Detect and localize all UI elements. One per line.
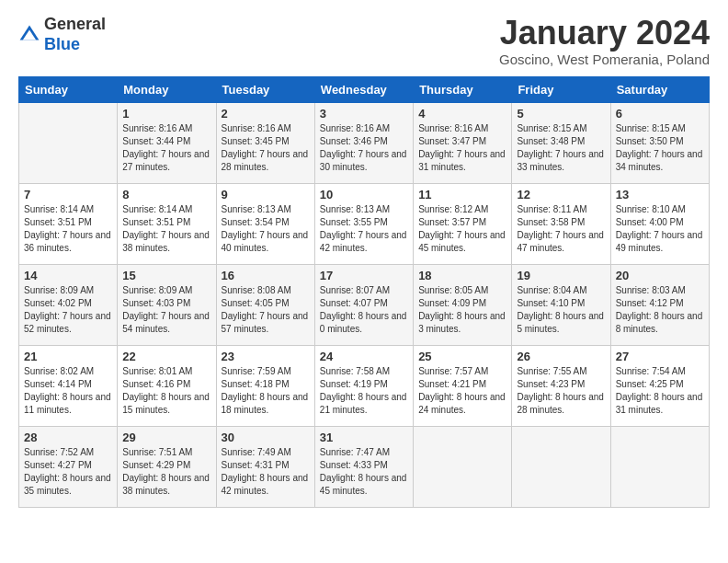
day-number: 25 bbox=[418, 350, 506, 363]
day-info: Sunrise: 8:03 AM Sunset: 4:12 PM Dayligh… bbox=[616, 284, 704, 336]
day-info: Sunrise: 7:58 AM Sunset: 4:19 PM Dayligh… bbox=[320, 365, 408, 417]
day-number: 23 bbox=[222, 350, 310, 363]
header-row: Sunday Monday Tuesday Wednesday Thursday… bbox=[19, 76, 710, 102]
calendar-cell: 9Sunrise: 8:13 AM Sunset: 3:54 PM Daylig… bbox=[216, 183, 314, 264]
calendar-cell: 8Sunrise: 8:14 AM Sunset: 3:51 PM Daylig… bbox=[118, 183, 216, 264]
day-number: 1 bbox=[122, 107, 210, 121]
calendar-cell: 4Sunrise: 8:16 AM Sunset: 3:47 PM Daylig… bbox=[414, 102, 512, 183]
day-info: Sunrise: 7:57 AM Sunset: 4:21 PM Dayligh… bbox=[418, 365, 506, 417]
day-info: Sunrise: 8:10 AM Sunset: 4:00 PM Dayligh… bbox=[616, 203, 704, 255]
day-number: 4 bbox=[418, 107, 506, 121]
calendar-cell: 27Sunrise: 7:54 AM Sunset: 4:25 PM Dayli… bbox=[610, 345, 709, 426]
day-number: 31 bbox=[320, 431, 408, 444]
calendar-cell: 15Sunrise: 8:09 AM Sunset: 4:03 PM Dayli… bbox=[118, 264, 216, 345]
day-info: Sunrise: 7:55 AM Sunset: 4:23 PM Dayligh… bbox=[517, 365, 605, 417]
day-info: Sunrise: 7:49 AM Sunset: 4:31 PM Dayligh… bbox=[222, 446, 310, 498]
calendar-week-1: 1Sunrise: 8:16 AM Sunset: 3:44 PM Daylig… bbox=[19, 102, 710, 183]
day-number: 13 bbox=[616, 188, 704, 201]
day-info: Sunrise: 8:04 AM Sunset: 4:10 PM Dayligh… bbox=[517, 284, 605, 336]
day-info: Sunrise: 8:12 AM Sunset: 3:57 PM Dayligh… bbox=[418, 203, 506, 255]
calendar-cell: 16Sunrise: 8:08 AM Sunset: 4:05 PM Dayli… bbox=[216, 264, 314, 345]
calendar-cell: 1Sunrise: 8:16 AM Sunset: 3:44 PM Daylig… bbox=[118, 102, 216, 183]
calendar-week-5: 28Sunrise: 7:52 AM Sunset: 4:27 PM Dayli… bbox=[19, 426, 710, 507]
day-number: 7 bbox=[24, 188, 112, 201]
calendar-body: 1Sunrise: 8:16 AM Sunset: 3:44 PM Daylig… bbox=[19, 102, 710, 507]
day-info: Sunrise: 8:01 AM Sunset: 4:16 PM Dayligh… bbox=[122, 365, 210, 417]
day-number: 24 bbox=[320, 350, 408, 363]
calendar-cell: 23Sunrise: 7:59 AM Sunset: 4:18 PM Dayli… bbox=[216, 345, 314, 426]
col-monday: Monday bbox=[118, 76, 216, 102]
day-info: Sunrise: 8:09 AM Sunset: 4:02 PM Dayligh… bbox=[24, 284, 112, 336]
calendar-cell: 21Sunrise: 8:02 AM Sunset: 4:14 PM Dayli… bbox=[19, 345, 118, 426]
calendar-cell: 26Sunrise: 7:55 AM Sunset: 4:23 PM Dayli… bbox=[512, 345, 610, 426]
day-number: 18 bbox=[418, 269, 506, 282]
col-friday: Friday bbox=[512, 76, 610, 102]
day-info: Sunrise: 8:16 AM Sunset: 3:45 PM Dayligh… bbox=[222, 122, 310, 174]
day-number: 21 bbox=[24, 350, 112, 363]
day-number: 15 bbox=[122, 269, 210, 282]
page-header: General Blue January 2024 Goscino, West … bbox=[18, 15, 710, 67]
calendar-table: Sunday Monday Tuesday Wednesday Thursday… bbox=[18, 76, 710, 508]
day-info: Sunrise: 8:13 AM Sunset: 3:55 PM Dayligh… bbox=[320, 203, 408, 255]
day-info: Sunrise: 8:13 AM Sunset: 3:54 PM Dayligh… bbox=[222, 203, 310, 255]
day-info: Sunrise: 8:02 AM Sunset: 4:14 PM Dayligh… bbox=[24, 365, 112, 417]
calendar-cell: 25Sunrise: 7:57 AM Sunset: 4:21 PM Dayli… bbox=[414, 345, 512, 426]
day-info: Sunrise: 7:54 AM Sunset: 4:25 PM Dayligh… bbox=[616, 365, 704, 417]
day-info: Sunrise: 8:16 AM Sunset: 3:46 PM Dayligh… bbox=[320, 122, 408, 174]
day-number: 8 bbox=[122, 188, 210, 201]
calendar-cell: 2Sunrise: 8:16 AM Sunset: 3:45 PM Daylig… bbox=[216, 102, 314, 183]
calendar-cell: 3Sunrise: 8:16 AM Sunset: 3:46 PM Daylig… bbox=[314, 102, 413, 183]
calendar-cell bbox=[610, 426, 709, 507]
day-number: 2 bbox=[222, 107, 310, 121]
day-number: 26 bbox=[517, 350, 605, 363]
calendar-cell: 28Sunrise: 7:52 AM Sunset: 4:27 PM Dayli… bbox=[19, 426, 118, 507]
logo-icon bbox=[18, 24, 40, 46]
col-saturday: Saturday bbox=[610, 76, 709, 102]
calendar-cell: 11Sunrise: 8:12 AM Sunset: 3:57 PM Dayli… bbox=[414, 183, 512, 264]
day-number: 19 bbox=[517, 269, 605, 282]
day-number: 27 bbox=[616, 350, 704, 363]
calendar-cell: 12Sunrise: 8:11 AM Sunset: 3:58 PM Dayli… bbox=[512, 183, 610, 264]
logo-text: General Blue bbox=[44, 15, 106, 54]
calendar-cell: 6Sunrise: 8:15 AM Sunset: 3:50 PM Daylig… bbox=[610, 102, 709, 183]
logo-blue: Blue bbox=[44, 35, 80, 53]
calendar-cell: 13Sunrise: 8:10 AM Sunset: 4:00 PM Dayli… bbox=[610, 183, 709, 264]
day-number: 28 bbox=[24, 431, 112, 444]
day-info: Sunrise: 8:08 AM Sunset: 4:05 PM Dayligh… bbox=[222, 284, 310, 336]
day-info: Sunrise: 7:52 AM Sunset: 4:27 PM Dayligh… bbox=[24, 446, 112, 498]
day-number: 11 bbox=[418, 188, 506, 201]
day-info: Sunrise: 8:14 AM Sunset: 3:51 PM Dayligh… bbox=[122, 203, 210, 255]
day-number: 14 bbox=[24, 269, 112, 282]
col-sunday: Sunday bbox=[19, 76, 118, 102]
calendar-cell: 5Sunrise: 8:15 AM Sunset: 3:48 PM Daylig… bbox=[512, 102, 610, 183]
col-wednesday: Wednesday bbox=[314, 76, 413, 102]
day-info: Sunrise: 8:11 AM Sunset: 3:58 PM Dayligh… bbox=[517, 203, 605, 255]
day-number: 10 bbox=[320, 188, 408, 201]
calendar-cell: 24Sunrise: 7:58 AM Sunset: 4:19 PM Dayli… bbox=[314, 345, 413, 426]
calendar-cell: 7Sunrise: 8:14 AM Sunset: 3:51 PM Daylig… bbox=[19, 183, 118, 264]
day-info: Sunrise: 8:05 AM Sunset: 4:09 PM Dayligh… bbox=[418, 284, 506, 336]
calendar-cell bbox=[512, 426, 610, 507]
day-info: Sunrise: 8:16 AM Sunset: 3:47 PM Dayligh… bbox=[418, 122, 506, 174]
logo: General Blue bbox=[18, 15, 106, 54]
calendar-cell bbox=[414, 426, 512, 507]
calendar-week-2: 7Sunrise: 8:14 AM Sunset: 3:51 PM Daylig… bbox=[19, 183, 710, 264]
day-info: Sunrise: 7:47 AM Sunset: 4:33 PM Dayligh… bbox=[320, 446, 408, 498]
calendar-cell: 20Sunrise: 8:03 AM Sunset: 4:12 PM Dayli… bbox=[610, 264, 709, 345]
day-info: Sunrise: 8:14 AM Sunset: 3:51 PM Dayligh… bbox=[24, 203, 112, 255]
day-info: Sunrise: 8:15 AM Sunset: 3:48 PM Dayligh… bbox=[517, 122, 605, 174]
day-info: Sunrise: 7:59 AM Sunset: 4:18 PM Dayligh… bbox=[222, 365, 310, 417]
calendar-cell: 10Sunrise: 8:13 AM Sunset: 3:55 PM Dayli… bbox=[314, 183, 413, 264]
day-number: 5 bbox=[517, 107, 605, 121]
day-number: 20 bbox=[616, 269, 704, 282]
month-title: January 2024 bbox=[499, 15, 710, 52]
calendar-cell: 18Sunrise: 8:05 AM Sunset: 4:09 PM Dayli… bbox=[414, 264, 512, 345]
calendar-cell: 22Sunrise: 8:01 AM Sunset: 4:16 PM Dayli… bbox=[118, 345, 216, 426]
logo-general: General bbox=[44, 15, 106, 33]
day-number: 17 bbox=[320, 269, 408, 282]
calendar-cell bbox=[19, 102, 118, 183]
day-number: 9 bbox=[222, 188, 310, 201]
day-info: Sunrise: 8:15 AM Sunset: 3:50 PM Dayligh… bbox=[616, 122, 704, 174]
calendar-cell: 30Sunrise: 7:49 AM Sunset: 4:31 PM Dayli… bbox=[216, 426, 314, 507]
day-info: Sunrise: 8:07 AM Sunset: 4:07 PM Dayligh… bbox=[320, 284, 408, 336]
